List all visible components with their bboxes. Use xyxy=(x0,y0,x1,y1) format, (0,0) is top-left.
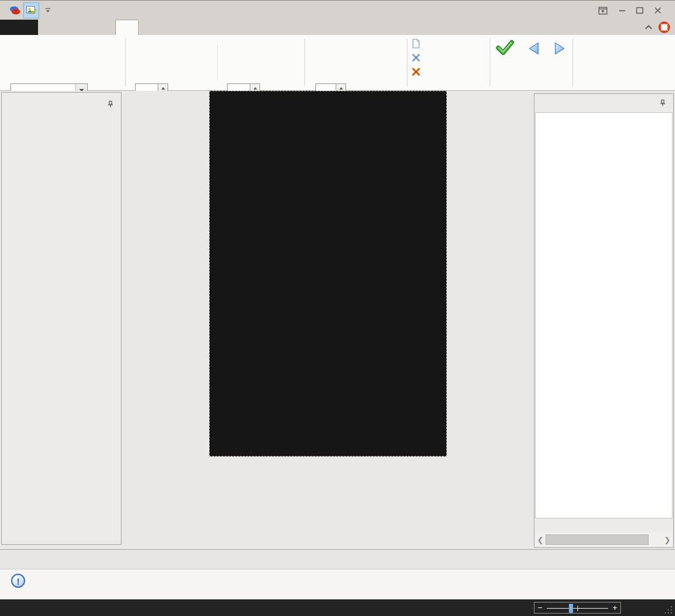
scroll-right-icon[interactable]: ❯ xyxy=(662,536,673,544)
zoom-track[interactable] xyxy=(546,603,609,613)
scroll-left-icon[interactable]: ❮ xyxy=(535,536,546,544)
collapse-ribbon-icon[interactable] xyxy=(643,23,654,33)
lane-profile-chart[interactable] xyxy=(535,112,673,518)
spin-up-icon[interactable] xyxy=(161,87,165,90)
status-bar: − + xyxy=(0,599,675,616)
tab-region-of-interest[interactable] xyxy=(66,20,88,35)
find-all-bands-check-icon xyxy=(496,40,514,56)
zoom-slider[interactable]: − + xyxy=(534,602,621,614)
add-band-icon xyxy=(412,39,420,48)
gel-image[interactable] xyxy=(209,91,447,456)
tab-band-detection[interactable] xyxy=(115,20,139,35)
previous-button[interactable] xyxy=(520,37,548,58)
ribbon-group-peaks xyxy=(125,35,304,91)
zoom-in-icon[interactable]: + xyxy=(609,603,620,613)
horizontal-scrollbar[interactable]: ❮ ❯ xyxy=(535,533,673,547)
delete-all-bands-button[interactable] xyxy=(412,66,425,78)
help-header xyxy=(0,550,675,569)
ribbon xyxy=(0,35,675,91)
window-title xyxy=(0,1,675,20)
tab-start[interactable] xyxy=(0,20,38,35)
info-icon: ! xyxy=(11,574,25,588)
tab-load-gel-page[interactable] xyxy=(40,20,63,35)
filters-sidebar xyxy=(1,92,122,545)
group-separator xyxy=(217,45,218,80)
group-separator xyxy=(573,39,573,87)
spin-up-icon[interactable] xyxy=(253,87,257,90)
ribbon-group-apply xyxy=(490,35,573,91)
delete-selected-band-button[interactable] xyxy=(412,52,425,64)
next-button[interactable] xyxy=(548,37,571,58)
zoom-out-icon[interactable]: − xyxy=(534,603,546,613)
minimize-button[interactable] xyxy=(614,3,631,18)
app-window: ❮ ❯ ! − + xyxy=(0,0,675,616)
ribbon-group-smoothing xyxy=(0,35,125,91)
help-body: ! xyxy=(0,569,675,572)
zoom-thumb[interactable] xyxy=(569,604,573,613)
next-triangle-icon xyxy=(552,41,567,56)
pin-icon[interactable] xyxy=(107,93,114,116)
help-lifering-icon[interactable] xyxy=(658,21,670,33)
lane-profile-panel: ❮ ❯ xyxy=(534,93,674,548)
main-content: ❮ ❯ xyxy=(0,91,675,549)
title-bar xyxy=(0,0,675,20)
delete-all-bands-icon xyxy=(412,67,420,76)
help-panel: ! xyxy=(0,549,675,599)
gel-canvas[interactable] xyxy=(210,91,446,456)
popup-window-button[interactable] xyxy=(594,3,611,18)
spin-up-icon[interactable] xyxy=(339,87,343,90)
tab-lane-detection[interactable] xyxy=(90,20,112,35)
resize-grip[interactable] xyxy=(663,604,673,614)
scrollbar-thumb[interactable] xyxy=(546,534,649,545)
lane-panel-header xyxy=(534,94,673,112)
close-button[interactable] xyxy=(649,3,666,18)
maximize-button[interactable] xyxy=(631,3,648,18)
filters-header xyxy=(2,93,121,116)
ribbon-tab-row xyxy=(0,20,675,35)
find-all-bands-button[interactable] xyxy=(491,37,519,58)
add-band-button[interactable] xyxy=(412,37,425,50)
ribbon-group-bands xyxy=(304,35,407,91)
delete-selected-band-icon xyxy=(412,53,420,62)
ribbon-group-band-tools xyxy=(407,35,490,91)
previous-triangle-icon xyxy=(526,41,541,56)
pin-icon[interactable] xyxy=(660,94,666,112)
